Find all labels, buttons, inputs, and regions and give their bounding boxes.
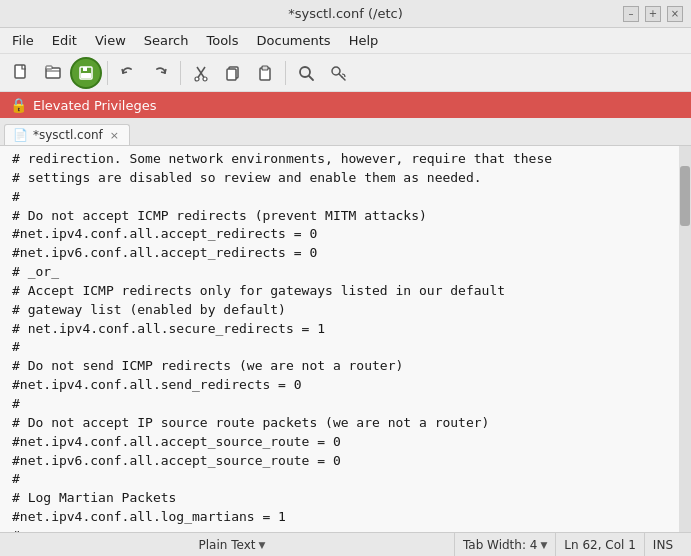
tab-width-section[interactable]: Tab Width: 4 ▼ xyxy=(455,533,556,556)
separator-2 xyxy=(180,61,181,85)
elevated-text: Elevated Privileges xyxy=(33,98,156,113)
tab-bar: 📄 *sysctl.conf × xyxy=(0,118,691,146)
file-tab[interactable]: 📄 *sysctl.conf × xyxy=(4,124,130,145)
lock-icon: 🔒 xyxy=(10,97,27,113)
find-icon xyxy=(297,64,315,82)
svg-rect-4 xyxy=(83,67,87,71)
svg-rect-13 xyxy=(262,66,268,70)
window-title: *sysctl.conf (/etc) xyxy=(68,6,623,21)
editor-scroll[interactable]: # redirection. Some network environments… xyxy=(0,146,679,532)
tab-label: *sysctl.conf xyxy=(33,128,103,142)
svg-rect-5 xyxy=(81,73,91,78)
position-label: Ln 62, Col 1 xyxy=(564,538,636,552)
svg-rect-0 xyxy=(15,65,25,78)
tab-file-icon: 📄 xyxy=(13,128,28,142)
open-button[interactable] xyxy=(38,58,68,88)
svg-point-8 xyxy=(195,77,199,81)
editor-wrapper: # redirection. Some network environments… xyxy=(0,146,691,532)
encoding-label: INS xyxy=(653,538,673,552)
maximize-button[interactable]: + xyxy=(645,6,661,22)
menu-view[interactable]: View xyxy=(87,31,134,50)
save-button[interactable] xyxy=(70,57,102,89)
plain-text-dropdown-arrow: ▼ xyxy=(258,540,265,550)
find-button[interactable] xyxy=(291,58,321,88)
redo-icon xyxy=(151,64,169,82)
code-content[interactable]: # redirection. Some network environments… xyxy=(0,150,679,532)
copy-icon xyxy=(224,64,242,82)
redo-button[interactable] xyxy=(145,58,175,88)
cut-icon xyxy=(192,64,210,82)
scrollbar-thumb[interactable] xyxy=(680,166,690,226)
tab-close-button[interactable]: × xyxy=(108,129,121,142)
separator-1 xyxy=(107,61,108,85)
tab-width-dropdown-arrow: ▼ xyxy=(540,540,547,550)
save-icon xyxy=(78,65,94,81)
undo-button[interactable] xyxy=(113,58,143,88)
svg-rect-11 xyxy=(227,69,236,80)
title-bar: *sysctl.conf (/etc) – + × xyxy=(0,0,691,28)
elevated-bar: 🔒 Elevated Privileges xyxy=(0,92,691,118)
plain-text-section[interactable]: Plain Text ▼ xyxy=(10,533,455,556)
menu-file[interactable]: File xyxy=(4,31,42,50)
encoding-section: INS xyxy=(645,533,681,556)
replace-button[interactable] xyxy=(323,58,353,88)
menu-edit[interactable]: Edit xyxy=(44,31,85,50)
new-icon xyxy=(12,64,30,82)
open-icon xyxy=(44,64,62,82)
position-section: Ln 62, Col 1 xyxy=(556,533,645,556)
svg-line-15 xyxy=(309,76,313,80)
paste-button[interactable] xyxy=(250,58,280,88)
cut-button[interactable] xyxy=(186,58,216,88)
undo-icon xyxy=(119,64,137,82)
separator-3 xyxy=(285,61,286,85)
menu-tools[interactable]: Tools xyxy=(198,31,246,50)
minimize-button[interactable]: – xyxy=(623,6,639,22)
status-bar: Plain Text ▼ Tab Width: 4 ▼ Ln 62, Col 1… xyxy=(0,532,691,556)
scrollbar-track[interactable] xyxy=(679,146,691,532)
svg-rect-2 xyxy=(46,66,52,69)
plain-text-label: Plain Text xyxy=(199,538,256,552)
menu-search[interactable]: Search xyxy=(136,31,197,50)
tab-width-label: Tab Width: 4 xyxy=(463,538,537,552)
replace-icon xyxy=(329,64,347,82)
paste-icon xyxy=(256,64,274,82)
editor-area[interactable]: # redirection. Some network environments… xyxy=(0,146,679,532)
svg-point-9 xyxy=(203,77,207,81)
menu-help[interactable]: Help xyxy=(341,31,387,50)
window-controls: – + × xyxy=(623,6,683,22)
menu-documents[interactable]: Documents xyxy=(249,31,339,50)
menu-bar: File Edit View Search Tools Documents He… xyxy=(0,28,691,54)
new-button[interactable] xyxy=(6,58,36,88)
toolbar xyxy=(0,54,691,92)
copy-button[interactable] xyxy=(218,58,248,88)
close-button[interactable]: × xyxy=(667,6,683,22)
